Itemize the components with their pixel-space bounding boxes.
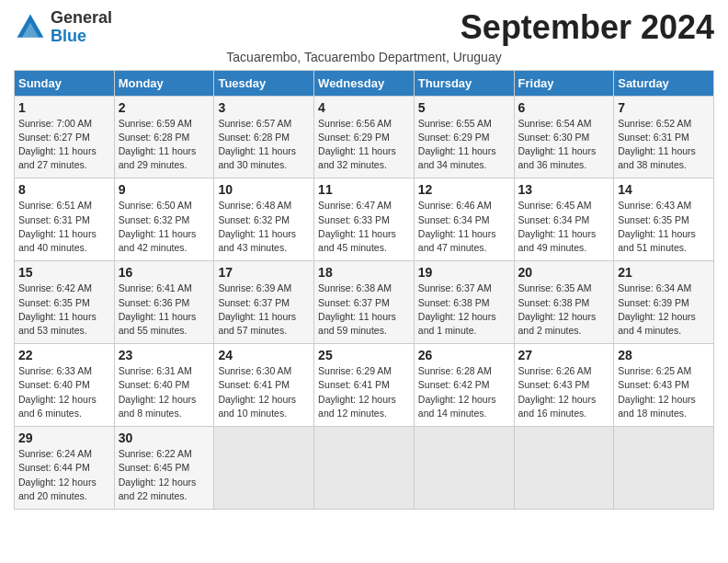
calendar-cell: 18Sunrise: 6:38 AMSunset: 6:37 PMDayligh… [314, 261, 415, 344]
calendar-week-row: 22Sunrise: 6:33 AMSunset: 6:40 PMDayligh… [15, 344, 714, 427]
day-info: Sunrise: 6:42 AMSunset: 6:35 PMDaylight:… [18, 282, 110, 338]
day-number: 13 [518, 182, 610, 197]
logo-text: General Blue [51, 9, 112, 46]
day-info: Sunrise: 6:56 AMSunset: 6:29 PMDaylight:… [318, 117, 410, 173]
day-number: 24 [218, 348, 310, 362]
calendar-cell [214, 427, 314, 510]
calendar-cell: 13Sunrise: 6:45 AMSunset: 6:34 PMDayligh… [514, 178, 614, 261]
day-info: Sunrise: 6:30 AMSunset: 6:41 PMDaylight:… [218, 364, 310, 420]
calendar-cell: 1Sunrise: 7:00 AMSunset: 6:27 PMDaylight… [15, 96, 115, 178]
day-number: 7 [618, 100, 710, 115]
day-info: Sunrise: 6:25 AMSunset: 6:43 PMDaylight:… [618, 364, 710, 420]
weekday-header-thursday: Thursday [414, 70, 514, 96]
calendar-cell: 28Sunrise: 6:25 AMSunset: 6:43 PMDayligh… [614, 344, 714, 427]
calendar-cell: 14Sunrise: 6:43 AMSunset: 6:35 PMDayligh… [614, 178, 714, 261]
day-info: Sunrise: 6:37 AMSunset: 6:38 PMDaylight:… [418, 282, 510, 338]
day-number: 26 [418, 348, 510, 362]
calendar-cell: 23Sunrise: 6:31 AMSunset: 6:40 PMDayligh… [114, 344, 214, 427]
calendar-week-row: 15Sunrise: 6:42 AMSunset: 6:35 PMDayligh… [15, 261, 714, 344]
calendar-cell: 5Sunrise: 6:55 AMSunset: 6:29 PMDaylight… [414, 96, 514, 178]
weekday-header-saturday: Saturday [614, 70, 714, 96]
weekday-header-monday: Monday [114, 70, 214, 96]
day-number: 12 [418, 182, 510, 197]
calendar-cell: 20Sunrise: 6:35 AMSunset: 6:38 PMDayligh… [514, 261, 614, 344]
logo: General Blue [14, 9, 112, 46]
day-number: 10 [218, 182, 310, 197]
day-info: Sunrise: 6:38 AMSunset: 6:37 PMDaylight:… [318, 282, 410, 338]
location-subtitle: Tacuarembo, Tacuarembo Department, Urugu… [14, 50, 714, 64]
title-area: September 2024 [461, 9, 714, 46]
month-year-title: September 2024 [461, 9, 714, 46]
day-number: 3 [218, 100, 310, 115]
calendar-cell: 30Sunrise: 6:22 AMSunset: 6:45 PMDayligh… [114, 427, 214, 510]
calendar-cell: 8Sunrise: 6:51 AMSunset: 6:31 PMDaylight… [15, 178, 115, 261]
day-info: Sunrise: 6:22 AMSunset: 6:45 PMDaylight:… [119, 447, 210, 503]
day-info: Sunrise: 6:45 AMSunset: 6:34 PMDaylight:… [518, 199, 610, 255]
calendar-cell: 27Sunrise: 6:26 AMSunset: 6:43 PMDayligh… [514, 344, 614, 427]
calendar-cell [614, 427, 714, 510]
calendar-cell: 22Sunrise: 6:33 AMSunset: 6:40 PMDayligh… [15, 344, 115, 427]
day-info: Sunrise: 6:24 AMSunset: 6:44 PMDaylight:… [18, 447, 110, 503]
calendar-cell: 10Sunrise: 6:48 AMSunset: 6:32 PMDayligh… [214, 178, 314, 261]
calendar-cell: 21Sunrise: 6:34 AMSunset: 6:39 PMDayligh… [614, 261, 714, 344]
day-number: 6 [518, 100, 610, 115]
day-info: Sunrise: 6:41 AMSunset: 6:36 PMDaylight:… [119, 282, 210, 338]
calendar-week-row: 1Sunrise: 7:00 AMSunset: 6:27 PMDaylight… [15, 96, 714, 178]
weekday-header-friday: Friday [514, 70, 614, 96]
day-number: 27 [518, 348, 610, 362]
day-info: Sunrise: 6:26 AMSunset: 6:43 PMDaylight:… [518, 364, 610, 420]
day-info: Sunrise: 6:57 AMSunset: 6:28 PMDaylight:… [218, 117, 310, 173]
day-number: 18 [318, 265, 410, 280]
day-info: Sunrise: 6:28 AMSunset: 6:42 PMDaylight:… [418, 364, 510, 420]
calendar-cell: 11Sunrise: 6:47 AMSunset: 6:33 PMDayligh… [314, 178, 415, 261]
calendar-cell: 9Sunrise: 6:50 AMSunset: 6:32 PMDaylight… [114, 178, 214, 261]
weekday-header-wednesday: Wednesday [314, 70, 415, 96]
day-info: Sunrise: 6:33 AMSunset: 6:40 PMDaylight:… [18, 364, 110, 420]
day-info: Sunrise: 6:43 AMSunset: 6:35 PMDaylight:… [618, 199, 710, 255]
weekday-header-row: SundayMondayTuesdayWednesdayThursdayFrid… [15, 70, 714, 96]
day-info: Sunrise: 6:46 AMSunset: 6:34 PMDaylight:… [418, 199, 510, 255]
calendar-cell: 25Sunrise: 6:29 AMSunset: 6:41 PMDayligh… [314, 344, 415, 427]
day-number: 14 [618, 182, 710, 197]
day-info: Sunrise: 6:55 AMSunset: 6:29 PMDaylight:… [418, 117, 510, 173]
calendar-cell: 4Sunrise: 6:56 AMSunset: 6:29 PMDaylight… [314, 96, 415, 178]
day-info: Sunrise: 6:35 AMSunset: 6:38 PMDaylight:… [518, 282, 610, 338]
day-number: 9 [119, 182, 210, 197]
calendar-cell: 19Sunrise: 6:37 AMSunset: 6:38 PMDayligh… [414, 261, 514, 344]
day-number: 1 [18, 100, 110, 115]
calendar-cell: 12Sunrise: 6:46 AMSunset: 6:34 PMDayligh… [414, 178, 514, 261]
day-number: 29 [18, 431, 110, 445]
day-number: 5 [418, 100, 510, 115]
day-info: Sunrise: 6:50 AMSunset: 6:32 PMDaylight:… [119, 199, 210, 255]
calendar-table: SundayMondayTuesdayWednesdayThursdayFrid… [14, 70, 714, 510]
calendar-week-row: 8Sunrise: 6:51 AMSunset: 6:31 PMDaylight… [15, 178, 714, 261]
day-number: 23 [119, 348, 210, 362]
day-number: 19 [418, 265, 510, 280]
day-number: 4 [318, 100, 410, 115]
day-info: Sunrise: 6:29 AMSunset: 6:41 PMDaylight:… [318, 364, 410, 420]
calendar-cell: 2Sunrise: 6:59 AMSunset: 6:28 PMDaylight… [114, 96, 214, 178]
day-number: 21 [618, 265, 710, 280]
day-number: 2 [119, 100, 210, 115]
weekday-header-sunday: Sunday [15, 70, 115, 96]
day-info: Sunrise: 6:51 AMSunset: 6:31 PMDaylight:… [18, 199, 110, 255]
calendar-cell: 17Sunrise: 6:39 AMSunset: 6:37 PMDayligh… [214, 261, 314, 344]
day-number: 16 [119, 265, 210, 280]
day-number: 28 [618, 348, 710, 362]
calendar-cell: 24Sunrise: 6:30 AMSunset: 6:41 PMDayligh… [214, 344, 314, 427]
calendar-week-row: 29Sunrise: 6:24 AMSunset: 6:44 PMDayligh… [15, 427, 714, 510]
day-info: Sunrise: 7:00 AMSunset: 6:27 PMDaylight:… [18, 117, 110, 173]
day-number: 15 [18, 265, 110, 280]
calendar-cell: 16Sunrise: 6:41 AMSunset: 6:36 PMDayligh… [114, 261, 214, 344]
calendar-cell [514, 427, 614, 510]
day-number: 17 [218, 265, 310, 280]
day-info: Sunrise: 6:31 AMSunset: 6:40 PMDaylight:… [119, 364, 210, 420]
day-number: 20 [518, 265, 610, 280]
day-info: Sunrise: 6:34 AMSunset: 6:39 PMDaylight:… [618, 282, 710, 338]
day-number: 11 [318, 182, 410, 197]
day-info: Sunrise: 6:47 AMSunset: 6:33 PMDaylight:… [318, 199, 410, 255]
calendar-cell: 29Sunrise: 6:24 AMSunset: 6:44 PMDayligh… [15, 427, 115, 510]
day-number: 8 [18, 182, 110, 197]
calendar-cell: 15Sunrise: 6:42 AMSunset: 6:35 PMDayligh… [15, 261, 115, 344]
calendar-cell [314, 427, 415, 510]
